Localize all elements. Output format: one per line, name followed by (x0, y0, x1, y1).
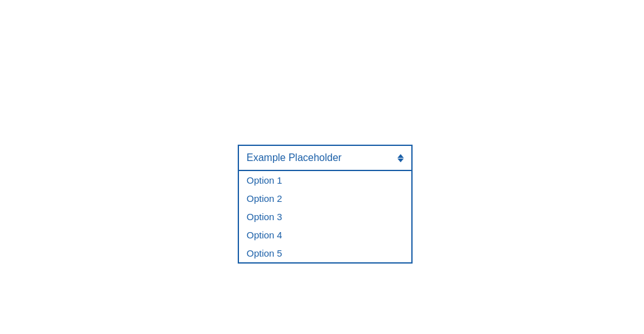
arrow-up-icon (397, 154, 404, 158)
dropdown-placeholder: Example Placeholder (247, 152, 341, 164)
list-item[interactable]: Option 4 (239, 226, 411, 244)
page-wrapper: Example Placeholder Option 1 Option 2 Op… (0, 0, 644, 334)
dropdown-arrow-icon (397, 154, 404, 162)
dropdown-list: Option 1 Option 2 Option 3 Option 4 Opti… (238, 171, 413, 264)
dropdown-header[interactable]: Example Placeholder (238, 145, 413, 171)
list-item[interactable]: Option 2 (239, 189, 411, 208)
list-item[interactable]: Option 3 (239, 208, 411, 226)
arrow-down-icon (397, 159, 404, 162)
list-item[interactable]: Option 5 (239, 244, 411, 262)
dropdown-container: Example Placeholder Option 1 Option 2 Op… (238, 145, 413, 264)
list-item[interactable]: Option 1 (239, 171, 411, 189)
